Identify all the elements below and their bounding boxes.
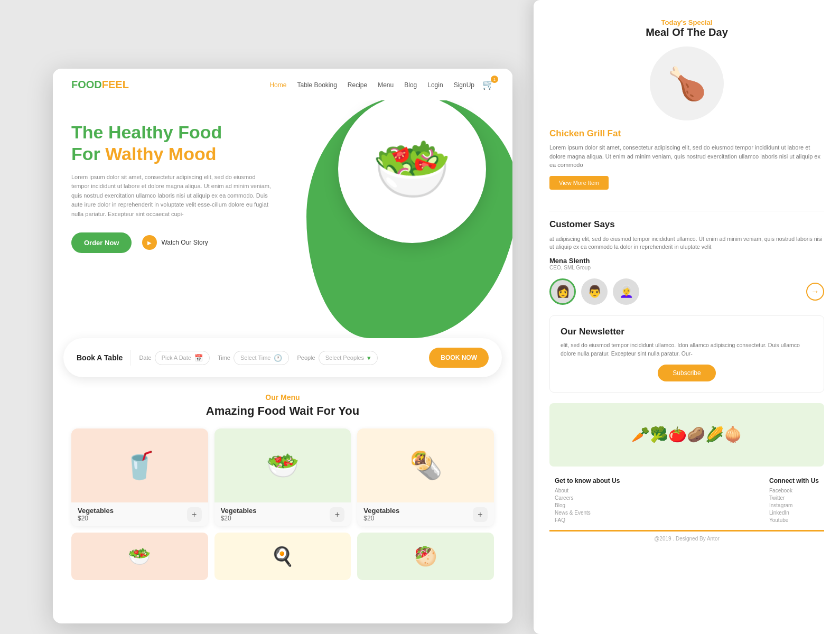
menu-item-3-info: Vegetables $20 + [357, 502, 494, 526]
todays-special-label: Today's Special [549, 18, 824, 26]
avatar-2[interactable]: 👨 [581, 278, 608, 305]
next-testimonial-button[interactable]: → [806, 283, 824, 301]
menu-item-3: 🌯 Vegetables $20 + [357, 428, 494, 526]
more-food-3: 🥙 [357, 533, 494, 580]
more-food-1: 🥗 [71, 533, 208, 580]
footer-right-title: Connect with Us [769, 477, 819, 484]
booking-section: Book A Table Date Pick A Date 📅 Time Sel… [63, 338, 502, 377]
newsletter-title: Our Newsletter [561, 327, 813, 337]
veg-decoration: 🥕🥦🍅🥔🌽🧅 [626, 421, 748, 449]
nav-home[interactable]: Home [269, 81, 286, 89]
menu-item-3-price: $20 [363, 515, 399, 522]
menu-item-2-name: Vegetables [221, 507, 257, 515]
footer-link-careers[interactable]: Careers [555, 495, 620, 501]
footer-link-twitter[interactable]: Twitter [769, 495, 819, 501]
menu-item-1-info: Vegetables $20 + [71, 502, 208, 526]
date-label: Date [139, 355, 151, 361]
menu-item-1-image: 🥤 [71, 428, 208, 502]
people-label: People [297, 355, 315, 361]
logo-food: FOOD [71, 79, 102, 90]
subscribe-button[interactable]: Subscribe [658, 365, 715, 381]
back-card: Today's Special Meal Of The Day 🍗 Chicke… [534, 0, 840, 634]
footer-link-linkedin[interactable]: LinkedIn [769, 510, 819, 516]
footer-link-facebook[interactable]: Facebook [769, 488, 819, 493]
nav-table-booking[interactable]: Table Booking [297, 81, 337, 89]
footer-link-youtube[interactable]: Youtube [769, 517, 819, 523]
customer-says-text: at adipiscing elit, sed do eiusmod tempo… [549, 235, 824, 252]
more-food-row: 🥗 🍳 🥙 [71, 533, 494, 580]
logo: FOODFEEL [71, 79, 129, 91]
avatars-row: 👩 👨 👩‍🦳 → [549, 278, 824, 305]
meal-of-day-title: Meal Of The Day [549, 26, 824, 39]
menu-section: Our Menu Amazing Food Wait For You 🥤 Veg… [53, 377, 512, 580]
newsletter-section: Our Newsletter elit, sed do eiusmod temp… [549, 315, 824, 393]
time-input[interactable]: Select Time 🕐 [234, 351, 289, 365]
hero-title: The Healthy Food For Walthy Mood [71, 122, 293, 165]
avatar-1[interactable]: 👩 [549, 278, 576, 305]
footer-link-faq[interactable]: FAQ [555, 517, 620, 523]
customer-name: Mena Slenth [549, 257, 824, 265]
menu-item-3-image: 🌯 [357, 428, 494, 502]
food-plate-image: 🥗 [338, 95, 486, 243]
footer-veg-image: 🥕🥦🍅🥔🌽🧅 [549, 403, 824, 467]
view-more-button[interactable]: View More Item [549, 176, 609, 190]
main-card: FOODFEEL Home Table Booking Recipe Menu … [53, 69, 512, 623]
menu-item-1: 🥤 Vegetables $20 + [71, 428, 208, 526]
menu-label: Our Menu [71, 393, 494, 402]
nav-menu[interactable]: Menu [378, 81, 394, 89]
booking-divider [130, 350, 131, 366]
avatar-3[interactable]: 👩‍🦳 [613, 278, 639, 305]
add-item-2-button[interactable]: + [330, 507, 344, 522]
chicken-image: 🍗 [650, 46, 724, 120]
add-item-1-button[interactable]: + [187, 507, 202, 522]
logo-feel: FEEL [102, 79, 129, 90]
nav-blog[interactable]: Blog [404, 81, 417, 89]
date-input[interactable]: Pick A Date 📅 [155, 351, 210, 365]
nav-login[interactable]: Login [427, 81, 443, 89]
hero-plate: 🥗 [338, 95, 497, 254]
watch-story-button[interactable]: ▶ Watch Our Story [142, 235, 208, 250]
book-now-button[interactable]: BOOK NOW [429, 348, 489, 368]
navbar: FOODFEEL Home Table Booking Recipe Menu … [53, 69, 512, 100]
chicken-title: Chicken Grill Fat [549, 128, 824, 139]
order-now-button[interactable]: Order Now [71, 232, 132, 253]
menu-item-2-info: Vegetables $20 + [214, 502, 351, 526]
divider [549, 211, 824, 211]
footer-link-blog[interactable]: Blog [555, 502, 620, 508]
clock-icon: 🕐 [274, 354, 282, 362]
people-field: People Select Peoples ▾ [297, 351, 378, 365]
menu-item-1-name: Vegetables [78, 507, 114, 515]
hero-buttons: Order Now ▶ Watch Our Story [71, 232, 293, 253]
calendar-icon: 📅 [194, 354, 203, 362]
customer-says-title: Customer Says [549, 219, 824, 230]
hero-content: The Healthy Food For Walthy Mood Lorem i… [71, 122, 293, 253]
menu-item-3-name: Vegetables [363, 507, 399, 515]
book-table-label: Book A Table [77, 353, 123, 362]
footer-link-instagram[interactable]: Instagram [769, 502, 819, 508]
footer-left-title: Get to know about Us [555, 477, 620, 484]
time-label: Time [218, 355, 230, 361]
more-food-2: 🍳 [214, 533, 351, 580]
footer-link-news[interactable]: News & Events [555, 510, 620, 516]
menu-item-1-price: $20 [78, 515, 114, 522]
footer-copyright: @2019 . Designed By Antor [549, 530, 824, 542]
hero-description: Lorem ipsum dolor sit amet, consectetur … [71, 173, 272, 219]
customer-role: CEO, SML Group [549, 265, 824, 271]
play-icon: ▶ [142, 235, 157, 250]
menu-title: Amazing Food Wait For You [71, 404, 494, 418]
add-item-3-button[interactable]: + [473, 507, 488, 522]
cart-icon[interactable]: 🛒 1 [482, 79, 494, 90]
menu-item-2: 🥗 Vegetables $20 + [214, 428, 351, 526]
cart-badge: 1 [491, 76, 498, 83]
newsletter-text: elit, sed do eiusmod tempor incididunt u… [561, 341, 813, 358]
footer-link-about[interactable]: About [555, 488, 620, 493]
nav-recipe[interactable]: Recipe [348, 81, 367, 89]
menu-grid: 🥤 Vegetables $20 + 🥗 Vegetables $20 [71, 428, 494, 526]
hero-section: The Healthy Food For Walthy Mood Lorem i… [53, 100, 512, 322]
chevron-down-icon: ▾ [367, 354, 371, 362]
nav-signup[interactable]: SignUp [454, 81, 474, 89]
footer-col-left: Get to know about Us About Careers Blog … [555, 477, 620, 525]
people-input[interactable]: Select Peoples ▾ [319, 351, 378, 365]
nav-links: Home Table Booking Recipe Menu Blog Logi… [269, 80, 474, 89]
footer-links: Get to know about Us About Careers Blog … [549, 477, 824, 525]
